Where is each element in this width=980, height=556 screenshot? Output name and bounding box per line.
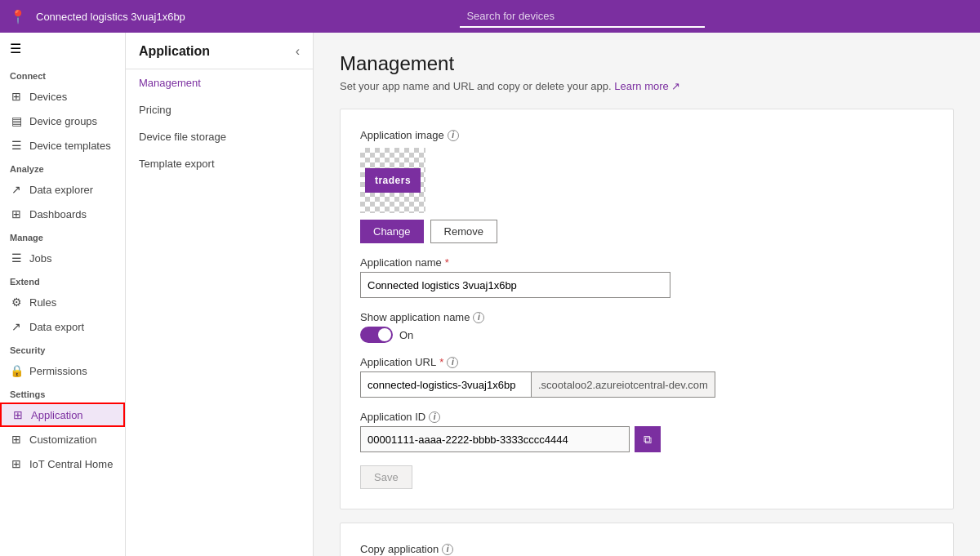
image-buttons: Change Remove [360,220,933,243]
collapse-icon[interactable]: ‹ [296,44,300,59]
main-layout: ☰ Connect ⊞ Devices ▤ Device groups ☰ De… [0,33,980,556]
id-row: ⧉ [360,426,933,452]
toggle-knob [378,328,391,341]
required-marker: * [445,256,449,269]
mid-panel-item-management[interactable]: Management [126,69,313,96]
permissions-icon: 🔒 [10,364,23,377]
app-name-group: Application name * [360,256,933,298]
section-connect: Connect [0,64,125,84]
app-url-group: Application URL * i .scootaloo2.azureiot… [360,356,933,398]
sidebar-item-label: Jobs [29,252,51,265]
learn-more-link[interactable]: Learn more ↗ [614,80,680,92]
application-icon: ⊞ [11,408,24,421]
sidebar-item-label: Rules [29,296,56,309]
page-subtitle: Set your app name and URL and copy or de… [340,80,954,92]
iot-central-home-icon: ⊞ [10,457,23,470]
dashboards-icon: ⊞ [10,207,23,220]
management-card: Application image i traders Change Remov… [340,109,954,509]
app-url-input[interactable] [360,371,532,398]
save-button[interactable]: Save [360,465,412,489]
sidebar-item-jobs[interactable]: ☰ Jobs [0,246,125,270]
show-app-name-group: Show application name i On [360,311,933,343]
traders-logo: traders [365,168,421,193]
toggle-row: On [360,327,933,343]
sidebar-item-rules[interactable]: ⚙ Rules [0,290,125,314]
app-id-input [360,426,630,452]
sidebar-item-device-groups[interactable]: ▤ Device groups [0,109,125,133]
sidebar: ☰ Connect ⊞ Devices ▤ Device groups ☰ De… [0,33,126,556]
section-security: Security [0,339,125,358]
app-id-group: Application ID i ⧉ [360,411,933,452]
app-name-label: Application name * [360,256,933,269]
section-manage: Manage [0,226,125,246]
devices-icon: ⊞ [10,90,23,103]
required-marker: * [439,356,443,368]
customization-icon: ⊞ [10,433,23,446]
toggle-on-label: On [399,329,413,341]
search-bar[interactable] [460,5,705,28]
copy-info-icon[interactable]: i [442,544,453,555]
mid-panel-item-device-file-storage[interactable]: Device file storage [126,123,313,150]
sidebar-item-label: Application [31,409,83,421]
id-info-icon[interactable]: i [429,411,440,423]
show-app-name-label: Show application name i [360,311,933,323]
copy-title: Copy application i [360,543,933,555]
remove-image-button[interactable]: Remove [430,220,497,243]
mid-panel-title: Application [139,44,210,59]
image-info-icon[interactable]: i [448,130,459,141]
sidebar-item-label: Data export [29,321,84,333]
sidebar-item-label: Customization [29,434,96,446]
sidebar-item-label: Device groups [29,115,97,127]
sidebar-item-device-templates[interactable]: ☰ Device templates [0,133,125,158]
section-extend: Extend [0,270,125,290]
change-image-button[interactable]: Change [360,220,424,243]
jobs-icon: ☰ [10,251,23,265]
mid-panel: Application ‹ Management Pricing Device … [126,33,314,556]
sidebar-item-label: Data explorer [29,184,93,196]
show-name-toggle[interactable] [360,327,393,343]
sidebar-item-label: Device templates [29,140,111,152]
sidebar-item-dashboards[interactable]: ⊞ Dashboards [0,202,125,226]
page-title: Management [340,52,954,75]
hamburger-menu[interactable]: ☰ [0,33,125,64]
copy-id-button[interactable]: ⧉ [635,426,661,452]
top-nav: 📍 Connected logistics 3vuaj1x6bp [0,0,980,33]
image-section: Application image i traders Change Remov… [360,129,933,243]
url-suffix: .scootaloo2.azureiotcentral-dev.com [532,371,715,398]
sidebar-item-permissions[interactable]: 🔒 Permissions [0,358,125,383]
location-icon: 📍 [10,9,26,24]
sidebar-item-label: Permissions [29,365,87,377]
sidebar-item-devices[interactable]: ⊞ Devices [0,84,125,109]
show-name-info-icon[interactable]: i [473,312,484,323]
app-brand-name: Connected logistics 3vuaj1x6bp [36,11,185,23]
sidebar-item-application[interactable]: ⊞ Application [0,403,125,427]
copy-application-card: Copy application i Create a copy of this… [340,523,954,556]
copy-icon: ⧉ [644,433,652,447]
search-input[interactable] [460,5,705,28]
device-templates-icon: ☰ [10,139,23,152]
section-settings: Settings [0,383,125,403]
image-preview: traders [360,148,425,213]
data-explorer-icon: ↗ [10,183,23,196]
data-export-icon: ↗ [10,320,23,333]
sidebar-item-data-explorer[interactable]: ↗ Data explorer [0,177,125,202]
url-info-icon[interactable]: i [447,357,458,368]
device-groups-icon: ▤ [10,114,23,127]
sidebar-item-label: Devices [29,91,67,103]
sidebar-item-iot-central-home[interactable]: ⊞ IoT Central Home [0,451,125,476]
sidebar-item-data-export[interactable]: ↗ Data export [0,314,125,339]
mid-panel-item-pricing[interactable]: Pricing [126,96,313,123]
mid-panel-item-template-export[interactable]: Template export [126,150,313,177]
content-area: Management Set your app name and URL and… [314,33,980,556]
section-analyze: Analyze [0,158,125,177]
app-name-input[interactable] [360,272,670,298]
sidebar-item-customization[interactable]: ⊞ Customization [0,427,125,451]
rules-icon: ⚙ [10,296,23,309]
sidebar-item-label: IoT Central Home [29,458,113,470]
mid-panel-header: Application ‹ [126,33,313,69]
image-label: Application image i [360,129,933,141]
sidebar-item-label: Dashboards [29,208,87,220]
url-row: .scootaloo2.azureiotcentral-dev.com [360,371,933,398]
app-url-label: Application URL * i [360,356,933,368]
app-id-label: Application ID i [360,411,933,423]
